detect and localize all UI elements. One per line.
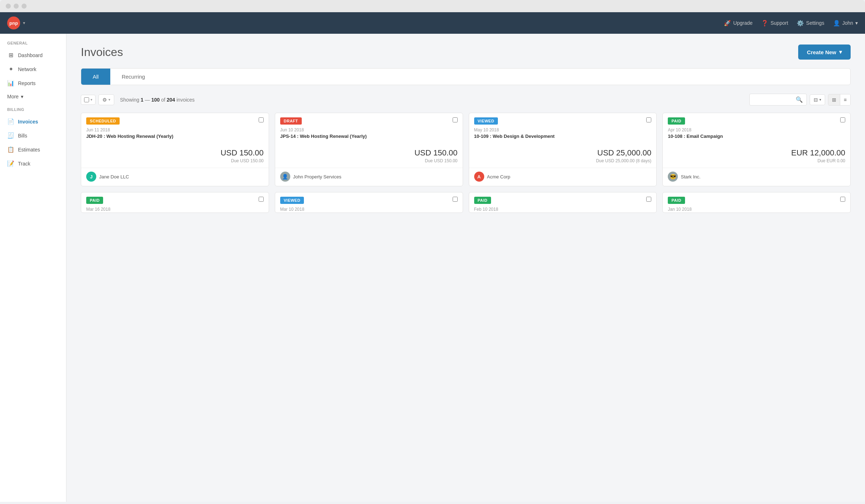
select-all-checkbox[interactable] (84, 97, 89, 102)
card-8-checkbox[interactable] (840, 197, 845, 202)
user-icon: 👤 (833, 20, 840, 27)
card-2-footer: 👤 John Property Services (275, 168, 463, 186)
card-2-avatar: 👤 (280, 172, 290, 182)
support-nav-item[interactable]: ❓ Support (761, 20, 788, 27)
reports-icon: 📊 (7, 80, 14, 87)
main-content: Invoices Create New ▾ All Recurring ▾ ⚙ … (66, 34, 865, 502)
card-8-date: Jan 10 2018 (663, 204, 850, 213)
search-box[interactable]: 🔍 (749, 94, 807, 106)
tab-all[interactable]: All (81, 69, 110, 85)
card-1-header: SCHEDULED (81, 113, 269, 125)
sidebar-item-track[interactable]: 📝 Track (0, 157, 66, 171)
support-icon: ❓ (761, 20, 768, 27)
sidebar-item-bills[interactable]: 🧾 Bills (0, 129, 66, 143)
view-toggle: ⊞ ≡ (828, 94, 851, 106)
sidebar-network-label: Network (18, 66, 36, 72)
card-7-date: Feb 10 2018 (469, 204, 657, 213)
support-label: Support (771, 20, 788, 26)
select-all-checkbox-dropdown[interactable]: ▾ (81, 95, 96, 105)
billing-section-label: BILLING (0, 107, 66, 115)
sidebar-estimates-label: Estimates (18, 147, 40, 153)
card-3-footer: A Acme Corp (469, 168, 657, 186)
chrome-min-dot (14, 4, 19, 9)
card-6-checkbox[interactable] (453, 197, 458, 202)
status-badge-2: DRAFT (280, 117, 302, 125)
logo[interactable]: pnp (7, 17, 20, 29)
search-input[interactable] (753, 97, 794, 102)
upgrade-icon: 🚀 (724, 20, 731, 27)
sidebar-item-dashboard[interactable]: ⊞ Dashboard (0, 48, 66, 62)
sidebar-dashboard-label: Dashboard (18, 52, 43, 58)
upgrade-label: Upgrade (733, 20, 753, 26)
card-1-checkbox[interactable] (259, 117, 264, 122)
card-8-header: PAID (663, 192, 850, 204)
card-2-client: John Property Services (293, 174, 341, 179)
card-4-checkbox[interactable] (840, 117, 845, 122)
status-badge-3: VIEWED (474, 117, 498, 125)
track-icon: 📝 (7, 160, 14, 167)
card-2-due: Due USD 150.00 (280, 158, 458, 163)
card-5-checkbox[interactable] (259, 197, 264, 202)
card-1-invoice-id: JDH-20 (86, 134, 102, 139)
invoice-card-5[interactable]: PAID Mar 16 2018 (81, 192, 269, 213)
sidebar-item-estimates[interactable]: 📋 Estimates (0, 143, 66, 157)
create-new-chevron-icon: ▾ (839, 49, 842, 55)
invoice-card-2[interactable]: DRAFT Jun 10 2018 JPS-14 : Web Hosting R… (275, 113, 463, 186)
select-all-chevron-icon: ▾ (91, 98, 92, 102)
sidebar-reports-label: Reports (18, 80, 36, 86)
card-2-checkbox[interactable] (453, 117, 458, 122)
user-label: John (842, 20, 853, 26)
card-1-footer: J Jane Doe LLC (81, 168, 269, 186)
chrome-max-dot (22, 4, 27, 9)
invoice-card-4[interactable]: PAID Apr 10 2018 10-108 : Email Campaign… (662, 113, 851, 186)
network-icon: ✦ (7, 66, 14, 73)
create-new-button[interactable]: Create New ▾ (798, 45, 851, 60)
card-1-due: Due USD 150.00 (86, 158, 264, 163)
window-chrome (0, 0, 865, 12)
card-4-amount: EUR 12,000.00 (668, 148, 845, 158)
invoices-grid: SCHEDULED Jun 11 2018 JDH-20 : Web Hosti… (81, 113, 851, 213)
card-3-checkbox[interactable] (646, 117, 651, 122)
filter-button[interactable]: ⊟ ▾ (810, 94, 825, 105)
invoice-card-3[interactable]: VIEWED May 10 2018 10-109 : Web Design &… (469, 113, 657, 186)
toolbar-left: ▾ ⚙ ▾ Showing 1 — 100 of 204 invoices (81, 94, 195, 105)
sidebar-item-network[interactable]: ✦ Network (0, 62, 66, 76)
settings-nav-item[interactable]: ⚙️ Settings (797, 20, 824, 27)
gear-icon: ⚙ (102, 97, 107, 103)
card-3-id-title: 10-109 : Web Design & Development (469, 133, 657, 143)
sidebar-item-invoices[interactable]: 📄 Invoices (0, 115, 66, 129)
chrome-close-dot (6, 4, 11, 9)
card-1-amount-section: USD 150.00 Due USD 150.00 (81, 143, 269, 166)
list-view-button[interactable]: ≡ (840, 94, 850, 105)
range-end: 100 (151, 97, 159, 103)
general-section-label: GENERAL (0, 41, 66, 48)
toolbar-right: 🔍 ⊟ ▾ ⊞ ≡ (749, 94, 851, 106)
invoice-card-7[interactable]: PAID Feb 10 2018 (469, 192, 657, 213)
card-7-checkbox[interactable] (646, 197, 651, 202)
filter-chevron-icon: ▾ (819, 98, 821, 102)
page-header: Invoices Create New ▾ (81, 45, 851, 60)
logo-chevron-icon: ▾ (23, 20, 25, 25)
status-badge-6: VIEWED (280, 197, 304, 204)
sidebar-item-reports[interactable]: 📊 Reports (0, 76, 66, 90)
upgrade-nav-item[interactable]: 🚀 Upgrade (724, 20, 753, 27)
card-1-client: Jane Doe LLC (99, 174, 129, 179)
card-4-amount-section: EUR 12,000.00 Due EUR 0.00 (663, 143, 850, 166)
card-2-id-title: JPS-14 : Web Hosting Renewal (Yearly) (275, 133, 463, 143)
grid-view-button[interactable]: ⊞ (828, 94, 840, 105)
card-4-invoice-id: 10-108 (668, 134, 682, 139)
invoice-card-8[interactable]: PAID Jan 10 2018 (662, 192, 851, 213)
card-6-date: Mar 10 2018 (275, 204, 463, 213)
range-start: 1 (141, 97, 144, 103)
sidebar-more[interactable]: More ▾ (0, 90, 66, 103)
filter-icon: ⊟ (814, 97, 818, 103)
invoice-card-6[interactable]: VIEWED Mar 10 2018 (275, 192, 463, 213)
invoice-card-1[interactable]: SCHEDULED Jun 11 2018 JDH-20 : Web Hosti… (81, 113, 269, 186)
total-count: 204 (167, 97, 175, 103)
tab-recurring[interactable]: Recurring (110, 69, 157, 85)
card-1-amount: USD 150.00 (86, 148, 264, 158)
tabs-container: All Recurring (81, 68, 851, 85)
user-nav-item[interactable]: 👤 John ▾ (833, 20, 858, 27)
card-7-header: PAID (469, 192, 657, 204)
bulk-actions-button[interactable]: ⚙ ▾ (98, 94, 114, 105)
